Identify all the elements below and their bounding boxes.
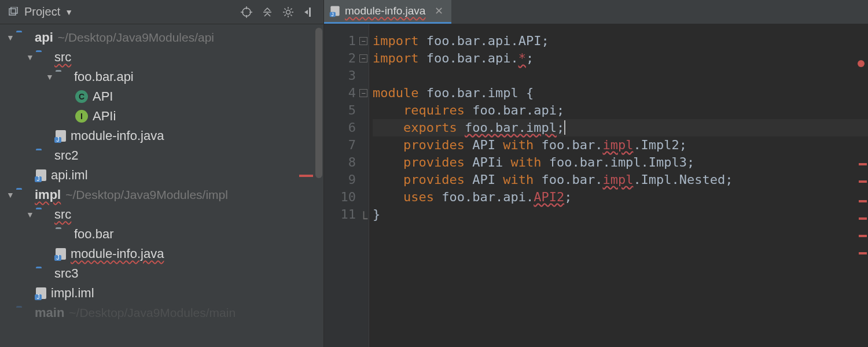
svg-line-16	[290, 8, 292, 9]
editor-panel: J module-info.java ✕ 1−2−34−567891011└ i…	[324, 0, 868, 347]
svg-rect-1	[11, 7, 17, 13]
tree-item-src[interactable]: ▼src	[0, 205, 323, 224]
line-gutter[interactable]: 1−2−34−567891011└	[324, 24, 369, 347]
tree-item-foo-bar-api[interactable]: ▼foo.bar.api	[0, 67, 323, 87]
error-stripe-mark[interactable]	[859, 217, 867, 220]
tree-scrollbar[interactable]	[315, 28, 322, 340]
gear-icon[interactable]	[282, 6, 295, 19]
tree-item-src3[interactable]: src3	[0, 264, 323, 283]
close-tab-icon[interactable]: ✕	[435, 5, 443, 17]
tree-item-foo-bar[interactable]: foo.bar	[0, 224, 323, 244]
error-stripe-mark[interactable]	[859, 163, 867, 165]
tree-item-api[interactable]: CAPI	[0, 87, 323, 106]
editor-tab[interactable]: J module-info.java ✕	[324, 0, 451, 24]
error-stripe[interactable]	[858, 49, 867, 347]
svg-rect-17	[309, 8, 311, 17]
tree-item-main[interactable]: main~/Desktop/Java9Modules/main	[0, 303, 323, 323]
target-icon[interactable]	[240, 6, 253, 19]
svg-point-8	[286, 10, 290, 14]
error-summary-icon[interactable]	[858, 60, 865, 67]
svg-line-15	[285, 14, 286, 16]
collapse-all-icon[interactable]	[261, 6, 274, 19]
hide-icon[interactable]	[303, 6, 315, 19]
tree-item-impl[interactable]: ▼impl~/Desktop/Java9Modules/impl	[0, 185, 323, 205]
code-area[interactable]: import foo.bar.api.API;import foo.bar.ap…	[369, 24, 868, 347]
tree-item-module-info-java[interactable]: Jmodule-info.java	[0, 126, 323, 146]
tab-label: module-info.java	[345, 5, 425, 17]
project-header: Project ▼	[0, 0, 323, 24]
svg-line-14	[290, 14, 292, 16]
svg-rect-0	[9, 9, 16, 15]
editor-tab-bar: J module-info.java ✕	[324, 0, 868, 24]
tree-error-marker	[299, 175, 313, 177]
error-stripe-mark[interactable]	[859, 200, 867, 202]
project-title[interactable]: Project	[24, 5, 60, 19]
svg-line-13	[285, 8, 286, 9]
tree-item-impl-iml[interactable]: Jimpl.iml	[0, 283, 323, 303]
tree-item-apii[interactable]: IAPIi	[0, 106, 323, 126]
tree-item-src[interactable]: ▼src	[0, 47, 323, 67]
tree-item-src2[interactable]: src2	[0, 146, 323, 165]
project-tree[interactable]: ▼api~/Desktop/Java9Modules/api▼src▼foo.b…	[0, 24, 323, 347]
error-stripe-mark[interactable]	[859, 180, 867, 183]
svg-point-2	[242, 8, 251, 16]
tree-item-module-info-java[interactable]: Jmodule-info.java	[0, 244, 323, 264]
tree-item-api-iml[interactable]: Japi.iml	[0, 165, 323, 185]
project-tool-window: Project ▼ ▼api~/Desktop/Java9Modules/api…	[0, 0, 324, 347]
tree-item-api[interactable]: ▼api~/Desktop/Java9Modules/api	[0, 28, 323, 47]
chevron-down-icon[interactable]: ▼	[65, 8, 73, 17]
error-stripe-mark[interactable]	[859, 252, 867, 254]
error-stripe-mark[interactable]	[859, 235, 867, 237]
project-view-icon[interactable]	[7, 6, 20, 19]
